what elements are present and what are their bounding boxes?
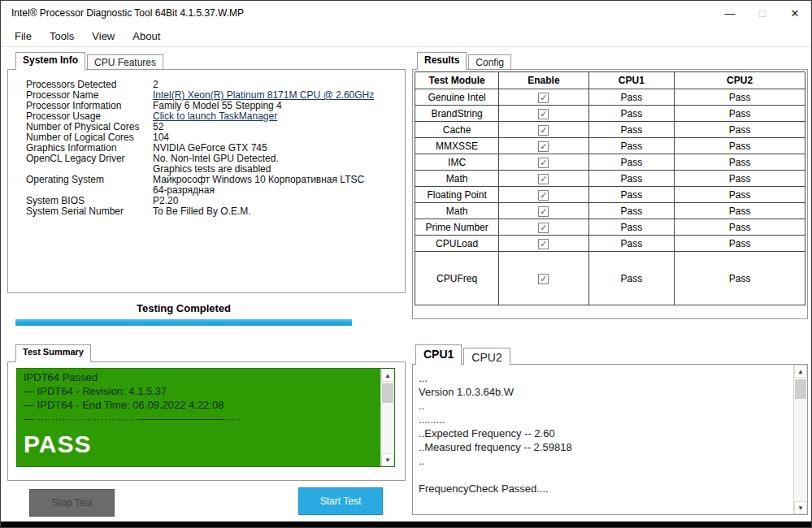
cpu2-result-cell: Pass — [675, 171, 805, 187]
cpu2-result-cell: Pass — [675, 122, 805, 138]
results-row: Genuine Intel ✓ Pass Pass — [415, 89, 805, 106]
stop-test-button[interactable]: Stop Test — [29, 489, 115, 517]
checkbox-checked-icon[interactable]: ✓ — [538, 239, 549, 249]
checkbox-checked-icon[interactable]: ✓ — [538, 93, 549, 103]
scrollbar-thumb[interactable] — [795, 379, 806, 399]
log-line: ..Expected Frequency -- 2.60 — [419, 426, 790, 440]
test-module-cell: IMC — [415, 154, 499, 171]
enable-cell: ✓ — [499, 154, 588, 171]
info-label: Operating System — [8, 175, 153, 185]
checkbox-checked-icon[interactable]: ✓ — [538, 158, 549, 168]
cpu2-result-cell: Pass — [675, 236, 805, 252]
results-row: Floating Point ✓ Pass Pass — [415, 187, 805, 203]
scroll-down-icon[interactable]: ▼ — [794, 501, 807, 514]
tab-results[interactable]: Results — [417, 52, 467, 70]
cpu2-result-cell: Pass — [675, 106, 805, 122]
menu-item-file[interactable]: File — [6, 27, 41, 45]
header-cpu2: CPU2 — [675, 72, 805, 89]
summary-scrollbar[interactable]: ▲ ▼ — [380, 369, 394, 466]
close-button[interactable]: ✕ — [779, 1, 811, 25]
cpu1-result-cell: Pass — [588, 187, 675, 203]
results-row: Math ✓ Pass Pass — [415, 203, 805, 219]
header-test-module: Test Module — [415, 72, 499, 89]
checkbox-checked-icon[interactable]: ✓ — [538, 174, 549, 184]
start-test-button[interactable]: Start Test — [298, 487, 383, 515]
scroll-up-icon[interactable]: ▲ — [381, 369, 394, 382]
maximize-button[interactable]: □ — [746, 1, 779, 25]
tab-cpu2[interactable]: CPU2 — [463, 348, 510, 365]
checkbox-checked-icon[interactable]: ✓ — [538, 190, 549, 201]
cpu1-result-cell: Pass — [588, 252, 675, 305]
results-table-body: Genuine Intel ✓ Pass Pass BrandString ✓ … — [415, 89, 805, 305]
log-line: ..Measured frequency -- 2.59818 — [419, 440, 790, 454]
enable-cell: ✓ — [499, 219, 588, 236]
menu-item-about[interactable]: About — [124, 27, 169, 45]
cpu2-result-cell: Pass — [675, 219, 805, 236]
checkbox-checked-icon[interactable]: ✓ — [538, 223, 549, 233]
app-window: Intel® Processor Diagnostic Tool 64Bit 4… — [0, 0, 812, 528]
enable-cell: ✓ — [499, 252, 588, 305]
results-row: BrandString ✓ Pass Pass — [415, 106, 805, 122]
enable-cell: ✓ — [499, 187, 588, 203]
minimize-button[interactable]: — — [714, 1, 746, 25]
cpu1-log-text: ... Version 1.0.3.64b.W .. ......... ..E… — [413, 365, 793, 514]
summary-line: IPDT64 Passed — [24, 370, 388, 384]
scrollbar-thumb[interactable] — [382, 383, 393, 403]
cpu1-result-cell: Pass — [588, 154, 675, 171]
tab-config[interactable]: Config — [468, 54, 511, 69]
cpu1-result-cell: Pass — [588, 236, 675, 252]
results-row: CPULoad ✓ Pass Pass — [415, 236, 805, 252]
enable-cell: ✓ — [499, 89, 588, 106]
launch-taskmanager-link[interactable]: Click to launch TaskManager — [153, 111, 405, 122]
test-summary-panel: Test Summary IPDT64 Passed — IPDT64 - Re… — [7, 344, 406, 481]
test-module-cell: BrandString — [415, 106, 499, 122]
tab-system-info[interactable]: System Info — [15, 52, 85, 70]
tab-cpu-features[interactable]: CPU Features — [87, 54, 163, 69]
enable-cell: ✓ — [499, 171, 588, 187]
system-info-body: Processors Detected 2 Processor Name Int… — [7, 69, 406, 293]
summary-line: — ·····························————————·… — [24, 412, 388, 426]
cpu1-result-cell: Pass — [588, 203, 675, 219]
log-line: .. — [419, 399, 790, 413]
checkbox-checked-icon[interactable]: ✓ — [538, 125, 549, 136]
menu-item-view[interactable]: View — [83, 27, 124, 45]
results-row: Cache ✓ Pass Pass — [415, 122, 805, 138]
scroll-up-icon[interactable]: ▲ — [794, 365, 807, 378]
cpu1-result-cell: Pass — [588, 122, 675, 138]
tab-test-summary[interactable]: Test Summary — [15, 344, 91, 362]
system-info-rows: Processors Detected 2 Processor Name Int… — [8, 70, 405, 217]
test-module-cell: Math — [415, 203, 499, 219]
cpu-log-panel: CPU1 CPU2 ... Version 1.0.3.64b.W .. ...… — [412, 344, 808, 515]
system-info-panel: System Info CPU Features Processors Dete… — [7, 52, 406, 293]
tab-cpu1[interactable]: CPU1 — [415, 344, 462, 365]
summary-line: — IPDT64 - End Time: 06.09.2022 4:22:08 — [24, 398, 388, 412]
info-row: System Serial Number To Be Filled By O.E… — [8, 206, 405, 217]
enable-cell: ✓ — [499, 122, 588, 138]
test-module-cell: Cache — [415, 122, 499, 138]
menu-item-tools[interactable]: Tools — [41, 27, 83, 45]
header-enable: Enable — [499, 72, 588, 89]
cpu1-result-cell: Pass — [588, 106, 675, 122]
test-module-cell: Math — [415, 171, 499, 187]
system-info-tabs: System Info CPU Features — [15, 52, 165, 70]
test-module-cell: MMXSSE — [415, 138, 499, 154]
scroll-down-icon[interactable]: ▼ — [381, 453, 394, 466]
cpu2-result-cell: Pass — [675, 89, 805, 106]
screen-bottom-strip — [1, 522, 811, 527]
checkbox-checked-icon[interactable]: ✓ — [538, 274, 549, 284]
cpu-log-scrollbar[interactable]: ▲ ▼ — [793, 365, 807, 514]
enable-cell: ✓ — [499, 203, 588, 219]
log-line: FrequencyCheck Passed.... — [419, 482, 790, 496]
test-module-cell: CPUFreq — [415, 252, 499, 305]
results-panel: Results Config Test Module Enable CPU1 C… — [412, 52, 808, 319]
checkbox-checked-icon[interactable]: ✓ — [538, 206, 549, 217]
menu-bar: File Tools View About — [1, 25, 811, 47]
checkbox-checked-icon[interactable]: ✓ — [538, 141, 549, 152]
window-title: Intel® Processor Diagnostic Tool 64Bit 4… — [11, 7, 244, 19]
cpu-log-body: ... Version 1.0.3.64b.W .. ......... ..E… — [412, 364, 808, 515]
log-line: .. — [419, 454, 790, 468]
test-summary-body: IPDT64 Passed — IPDT64 - Revision: 4.1.5… — [7, 361, 406, 481]
cpu2-result-cell: Pass — [675, 203, 805, 219]
progress-status-text: Testing Completed — [15, 302, 352, 314]
checkbox-checked-icon[interactable]: ✓ — [538, 109, 549, 119]
